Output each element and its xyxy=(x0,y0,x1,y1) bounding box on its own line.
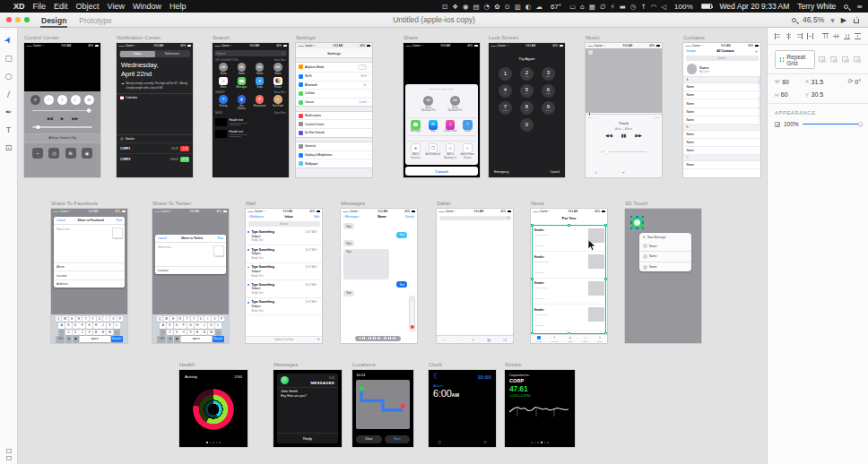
artboard-stocks[interactable]: Corporation Inc. CORP 47.61 +1.02 (+2.19… xyxy=(505,370,575,447)
artboard-label-share-twitter[interactable]: Share To Twitter xyxy=(152,201,229,209)
rectangle-tool[interactable]: ▢ xyxy=(4,55,13,63)
artboard-contacts[interactable]: ●●●●●Carrier◠ 9:41 AM 40% Groups All Con… xyxy=(683,43,760,177)
artboard-control-center[interactable]: ●●●●●Carrier◠ 9:41 AM 40% ✈◠ᛒ☾⟳ ◀◀ ▶ ▶▶ … xyxy=(24,43,100,177)
notification-center-icon[interactable]: ≡ xyxy=(856,3,863,11)
align-top-icon[interactable] xyxy=(822,33,829,39)
artboard-mail[interactable]: ●●●●●Carrier◠ 9:41 AM 40% ‹ Mailboxes In… xyxy=(246,209,322,343)
zoom-window-button[interactable] xyxy=(24,17,30,22)
menubar-clock[interactable]: Wed Apr 20 9:33 AM xyxy=(720,2,790,11)
menu-item[interactable]: Window xyxy=(133,2,161,11)
artboard-messages-watch[interactable]: 3:26 MESSAGES John Smith Hey How are you… xyxy=(273,370,342,447)
artboard-label-music[interactable]: Music xyxy=(586,35,662,43)
artboard-label-share[interactable]: Share xyxy=(404,35,480,43)
artboard-settings[interactable]: ●●●●●Carrier◠ 9:41 AM 40% Settings Airpl… xyxy=(296,43,372,177)
artboard-messages[interactable]: ●●●●●Carrier◠ 9:41 AM 40% ‹ Messages Nam… xyxy=(341,209,417,343)
width-field[interactable]: W60 xyxy=(775,79,805,85)
spotlight-search-icon[interactable] xyxy=(844,4,848,9)
menubar-status-icon[interactable]: ❖ xyxy=(452,3,458,11)
artboard-label-3d-touch[interactable]: 3D Touch xyxy=(625,201,701,209)
artboard-safari[interactable]: ●●●●●Carrier◠ 9:41 AM 40% ⟳ ‹ › ⇧ ▤ ❐ xyxy=(437,209,513,343)
menubar-status-icon[interactable]: ▭ xyxy=(569,3,576,11)
artboard-label-mail[interactable]: Mail xyxy=(246,201,322,209)
y-field[interactable]: Y30.5 xyxy=(805,91,841,98)
menubar-status-icon[interactable]: ✿ xyxy=(494,3,499,11)
repeat-grid-button[interactable]: Repeat Grid xyxy=(775,50,815,69)
menubar-status-icon[interactable]: ▥ xyxy=(515,3,521,11)
menubar-status-icon[interactable]: ⊙ xyxy=(504,3,509,11)
boolean-add-icon[interactable] xyxy=(819,56,826,63)
tab-design[interactable]: Design xyxy=(40,13,67,27)
menubar-status-icon[interactable]: ◠ xyxy=(651,3,657,11)
artboard-label-lock-screen[interactable]: Lock Screen xyxy=(489,35,565,43)
artboard-label-share-facebook[interactable]: Share To Facebook xyxy=(51,201,127,209)
menubar-status-icon[interactable]: ◔ xyxy=(484,3,490,11)
artboard-label-settings[interactable]: Settings xyxy=(296,35,372,43)
menubar-status-icon[interactable]: ◷ xyxy=(630,3,637,11)
artboard-label-clock[interactable]: Clock xyxy=(429,362,496,370)
ellipse-tool[interactable]: ○ xyxy=(5,73,13,81)
artboard-label-search[interactable]: Search xyxy=(213,35,289,43)
menu-item[interactable]: Help xyxy=(169,2,187,11)
distribute-vertical-icon[interactable] xyxy=(855,33,861,39)
artboard-notification-center[interactable]: ●●●●●Carrier◠ 9:41 AM 40% Today Notifica… xyxy=(117,43,193,177)
zoom-search-icon[interactable] xyxy=(792,18,796,22)
align-bottom-icon[interactable] xyxy=(844,33,850,39)
zoom-chevron-down-icon[interactable]: ▼ xyxy=(830,17,835,23)
artboard-lock-screen[interactable]: ●●●●●Carrier◠ 9:41 AM 40% Try Again 1 2 … xyxy=(489,43,565,177)
minimize-window-button[interactable] xyxy=(15,17,21,22)
align-right-icon[interactable] xyxy=(796,33,803,39)
menu-item[interactable]: Object xyxy=(76,2,100,11)
boolean-subtract-icon[interactable] xyxy=(830,56,838,63)
menu-app-name[interactable]: XD xyxy=(13,2,25,11)
artboard-clock[interactable]: ☾ 10:00 Alarm 6:00AM ◷⊙ xyxy=(429,370,496,447)
menubar-user[interactable]: Terry White xyxy=(797,2,836,11)
artboard-tool[interactable]: ⊡ xyxy=(5,144,13,152)
menubar-status-icon[interactable]: ⚡ xyxy=(610,3,614,11)
preview-play-button[interactable]: ▶ xyxy=(841,16,846,24)
artboard-label-stocks[interactable]: Stocks xyxy=(505,362,575,370)
artboard-label-control-center[interactable]: Control Center xyxy=(24,35,100,43)
artboard-share-facebook[interactable]: ●●●●●Carrier◠ 9:41 AM 40% Cancel Share t… xyxy=(51,209,127,343)
artboard-label-locations[interactable]: Locations xyxy=(352,362,413,370)
menubar-status-icon[interactable]: ▬ xyxy=(620,3,626,11)
artboard-news[interactable]: ●●●●●Carrier◠ 9:41 AM 40% For You Header… xyxy=(531,209,607,343)
export-share-button[interactable]: ↑ xyxy=(853,16,860,23)
artboard-label-notification-center[interactable]: Notification Center xyxy=(117,35,193,43)
menubar-status-icon[interactable]: ⌂ xyxy=(580,3,585,11)
artboard-music[interactable]: ●●●●●Carrier◠ 9:41 AM 40% ‹ 0:00 -0:00 T… xyxy=(586,43,662,177)
artboard-label-contacts[interactable]: Contacts xyxy=(683,35,760,43)
opacity-slider[interactable] xyxy=(803,124,861,125)
artboard-label-messages-watch[interactable]: Messages xyxy=(273,362,342,370)
text-tool[interactable]: T xyxy=(6,126,12,134)
opacity-value[interactable]: 100% xyxy=(784,121,799,127)
line-tool[interactable]: ∕ xyxy=(7,90,10,99)
layers-icon[interactable] xyxy=(6,456,12,460)
artboard-label-safari[interactable]: Safari xyxy=(437,201,513,209)
artboard-locations[interactable]: 10:24 Clear Start xyxy=(352,370,413,447)
artboard-label-news[interactable]: News xyxy=(531,201,607,209)
ui-kit-icon[interactable] xyxy=(6,449,12,453)
menubar-status-icon[interactable]: ▦ xyxy=(589,3,595,11)
boolean-exclude-icon[interactable] xyxy=(854,56,861,63)
menubar-status-icon[interactable]: ☁ xyxy=(535,3,542,11)
zoom-level[interactable]: 46.5% xyxy=(803,15,824,24)
artboard-label-messages[interactable]: Messages xyxy=(341,201,417,209)
menu-item[interactable]: View xyxy=(108,2,125,11)
rotation-field[interactable]: ⟳0° xyxy=(847,78,861,85)
menu-item[interactable]: Edit xyxy=(54,2,68,11)
height-field[interactable]: H60 xyxy=(775,91,805,98)
align-middle-icon[interactable] xyxy=(833,33,839,39)
design-canvas[interactable]: Control Center ●●●●●Carrier◠ 9:41 AM 40%… xyxy=(18,28,767,464)
menu-item[interactable]: File xyxy=(33,2,47,11)
menubar-status-icon[interactable]: ◉ xyxy=(463,3,469,11)
weather-temp[interactable]: 67° xyxy=(551,3,561,11)
x-field[interactable]: X31.5 xyxy=(805,79,841,85)
menubar-status-icon[interactable]: ◐ xyxy=(525,3,532,11)
artboard-label-health[interactable]: Health xyxy=(179,362,247,370)
pen-tool[interactable]: ✒ xyxy=(5,108,13,116)
artboard-health[interactable]: Activity 2:50 xyxy=(179,370,247,447)
menubar-status-icon[interactable]: ↑ xyxy=(640,3,646,11)
artboard-share-twitter[interactable]: ●●●●●Carrier◠ 9:41 AM 40% Cancel Share t… xyxy=(152,209,229,343)
align-center-horizontal-icon[interactable] xyxy=(786,33,792,39)
artboard-share[interactable]: ●●●●●Carrier◠ 9:41 AM 40% Tap to share w… xyxy=(404,43,480,177)
